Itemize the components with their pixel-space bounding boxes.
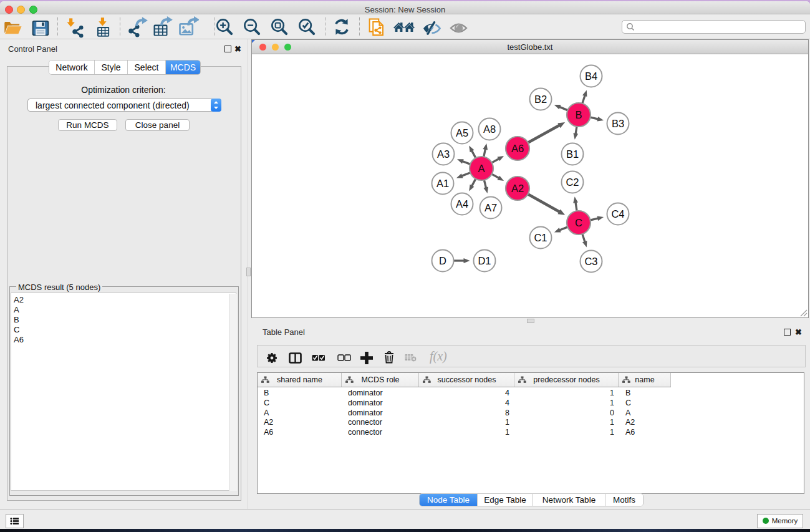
svg-text:A5: A5 (456, 127, 468, 138)
svg-text:A6: A6 (511, 143, 524, 154)
svg-text:C2: C2 (566, 177, 579, 188)
svg-text:D1: D1 (478, 255, 491, 266)
svg-text:B3: B3 (612, 118, 624, 129)
svg-text:B1: B1 (566, 148, 579, 160)
svg-text:B4: B4 (585, 70, 597, 82)
svg-text:B: B (575, 109, 582, 120)
svg-text:A1: A1 (436, 178, 449, 189)
svg-text:A3: A3 (437, 148, 450, 160)
svg-text:A2: A2 (511, 183, 524, 194)
svg-text:B2: B2 (534, 94, 547, 105)
svg-text:A: A (478, 163, 485, 174)
svg-text:A7: A7 (485, 202, 497, 213)
svg-text:C4: C4 (611, 208, 624, 220)
svg-text:D: D (439, 255, 446, 266)
svg-text:A4: A4 (456, 198, 468, 210)
svg-text:A8: A8 (483, 123, 496, 135)
svg-text:C3: C3 (584, 256, 597, 267)
svg-text:C: C (575, 217, 582, 228)
svg-text:C1: C1 (534, 232, 547, 243)
